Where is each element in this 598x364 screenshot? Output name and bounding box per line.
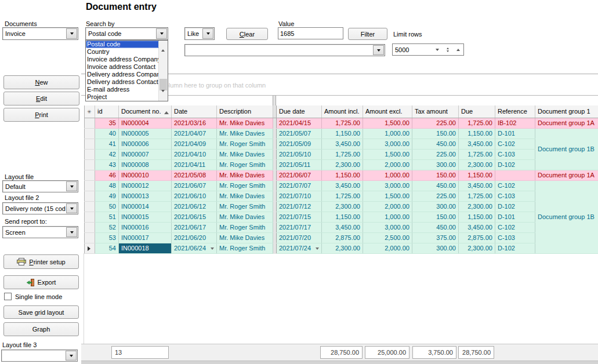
cell-date[interactable]: 2021/06/12 (172, 201, 217, 212)
cell-tax-amount[interactable]: 300.00 (412, 159, 459, 170)
cell-amount-incl[interactable]: 1,150.00 (322, 170, 363, 180)
search-option[interactable]: E-mail address (86, 86, 159, 93)
cell-description[interactable]: Mr. Roger Smith (217, 139, 273, 149)
cell-due-date[interactable]: 2021/07/20 (277, 232, 322, 243)
cell-amount-excl[interactable]: 1,500.00 (363, 191, 412, 201)
cell-due-date[interactable]: 2021/05/07 (277, 128, 322, 139)
cell-document-no[interactable]: IN000014 (119, 201, 172, 212)
cell-due[interactable]: 2,875.00 (459, 232, 495, 243)
cell-id[interactable]: 40 (95, 128, 119, 139)
cell-tax-amount[interactable]: 300.00 (412, 201, 459, 212)
header-due[interactable]: Due (459, 105, 495, 118)
cell-amount-incl[interactable]: 2,300.00 (322, 201, 363, 212)
cell-document-no[interactable]: IN000006 (119, 139, 172, 149)
row-selector[interactable] (85, 232, 95, 243)
cell-tax-amount[interactable]: 225.00 (412, 191, 459, 201)
header-amount-incl[interactable]: Amount incl. (322, 105, 363, 118)
chevron-down-icon[interactable] (66, 181, 77, 191)
new-button[interactable]: New (3, 75, 79, 89)
chevron-down-icon[interactable] (202, 28, 213, 39)
cell-tax-amount[interactable]: 150.00 (412, 128, 459, 139)
cell-document-no[interactable]: IN000012 (119, 180, 172, 191)
cell-amount-incl[interactable]: 1,150.00 (322, 212, 363, 222)
cell-tax-amount[interactable]: 225.00 (412, 118, 459, 128)
cell-id[interactable]: 50 (95, 201, 119, 212)
cell-due-date[interactable]: 2021/05/09 (277, 139, 322, 149)
graph-button[interactable]: Graph (3, 322, 79, 336)
cell-due[interactable]: 2,300.00 (459, 243, 495, 253)
cell-due[interactable]: 1,725.00 (459, 118, 495, 128)
cell-due-date[interactable]: 2021/04/15 (277, 118, 322, 128)
chevron-down-icon[interactable] (373, 45, 384, 55)
cell-description[interactable]: Mr. Roger Smith (217, 180, 273, 191)
row-selector[interactable] (85, 149, 95, 159)
cell-document-no[interactable]: IN000013 (119, 191, 172, 201)
cell-due[interactable]: 3,450.00 (459, 180, 495, 191)
cell-amount-excl[interactable]: 2,000.00 (363, 243, 412, 253)
cell-due-date[interactable]: 2021/05/11 (277, 159, 322, 170)
cell-description[interactable]: Mr. Roger Smith (217, 222, 273, 232)
cell-id[interactable]: 41 (95, 139, 119, 149)
header-id[interactable]: id (95, 105, 119, 118)
cell-document-no[interactable]: IN000010 (119, 170, 172, 180)
cell-id[interactable]: 46 (95, 170, 119, 180)
row-selector[interactable] (85, 243, 95, 253)
spinner-up-icon[interactable] (453, 49, 463, 51)
cell-reference[interactable]: C-103 (495, 232, 535, 243)
row-selector[interactable] (85, 191, 95, 201)
cell-description[interactable]: Mr. Mike Davies (217, 118, 273, 128)
cell-reference[interactable]: D-102 (495, 159, 535, 170)
cell-due-date[interactable]: 2021/07/10 (277, 191, 322, 201)
send-report-combobox[interactable]: Screen (2, 226, 78, 238)
cell-document-no[interactable]: IN000007 (119, 149, 172, 159)
cell-amount-incl[interactable]: 3,450.00 (322, 180, 363, 191)
cell-document-no[interactable]: IN000018 (119, 243, 172, 253)
header-row-selector[interactable]: ✳ (85, 105, 95, 118)
cell-due-date[interactable]: 2021/05/10 (277, 149, 322, 159)
cell-date[interactable]: 2021/06/17 (172, 222, 217, 232)
header-reference[interactable]: Reference (495, 105, 535, 118)
cell-due-date[interactable]: 2021/07/07 (277, 180, 322, 191)
row-selector[interactable] (85, 159, 95, 170)
printer-setup-button[interactable]: Printer setup (3, 254, 79, 269)
table-row[interactable]: 53IN0000172021/06/20Mr. Mike Davies2021/… (85, 232, 598, 243)
table-row[interactable]: 35IN0000042021/03/16Mr. Mike Davies2021/… (85, 118, 598, 128)
cell-document-group[interactable]: Document group 1A (535, 170, 598, 180)
cell-document-no[interactable]: IN000004 (119, 118, 172, 128)
cell-id[interactable]: 48 (95, 180, 119, 191)
row-selector[interactable] (85, 118, 95, 128)
cell-id[interactable]: 35 (95, 118, 119, 128)
cell-id[interactable]: 42 (95, 149, 119, 159)
chevron-down-icon[interactable] (66, 227, 77, 237)
export-button[interactable]: Export (3, 275, 79, 289)
cell-due[interactable]: 1,150.00 (459, 128, 495, 139)
cell-document-group[interactable]: Document group 1A (535, 118, 598, 128)
table-row[interactable]: 49IN0000132021/06/10Mr. Mike Davies2021/… (85, 191, 598, 201)
cell-reference[interactable]: C-103 (495, 149, 535, 159)
header-document-no[interactable]: Document no. (119, 105, 172, 118)
cell-due[interactable]: 1,150.00 (459, 170, 495, 180)
cell-reference[interactable] (495, 170, 535, 180)
cell-due-date[interactable]: 2021/07/12 (277, 201, 322, 212)
cell-amount-excl[interactable]: 1,000.00 (363, 128, 412, 139)
cell-due[interactable]: 2,300.00 (459, 201, 495, 212)
limit-rows-spinner[interactable]: 5000 (392, 43, 464, 56)
cell-reference[interactable]: C-102 (495, 139, 535, 149)
table-row[interactable]: 48IN0000122021/06/07Mr. Roger Smith2021/… (85, 180, 598, 191)
cell-description[interactable]: Mr. Roger Smith (217, 243, 273, 253)
cell-due[interactable]: 1,725.00 (459, 149, 495, 159)
cell-tax-amount[interactable]: 450.00 (412, 180, 459, 191)
table-row[interactable]: 41IN0000062021/04/09Mr. Roger Smith2021/… (85, 139, 598, 149)
cell-due[interactable]: 1,150.00 (459, 212, 495, 222)
cell-date[interactable]: 2021/06/24 (172, 243, 217, 253)
row-selector[interactable] (85, 222, 95, 232)
cell-reference[interactable]: D-102 (495, 201, 535, 212)
cell-document-no[interactable]: IN000016 (119, 222, 172, 232)
table-row[interactable]: 46IN0000102021/05/08Mr. Mike Davies2021/… (85, 170, 598, 180)
cell-reference[interactable]: D-102 (495, 243, 535, 253)
table-row[interactable]: 51IN0000152021/06/15Mr. Mike Davies2021/… (85, 212, 598, 222)
cell-date[interactable]: 2021/05/08 (172, 170, 217, 180)
cell-tax-amount[interactable]: 150.00 (412, 170, 459, 180)
chevron-down-icon[interactable] (66, 28, 77, 39)
search-option[interactable]: Country (86, 48, 159, 56)
